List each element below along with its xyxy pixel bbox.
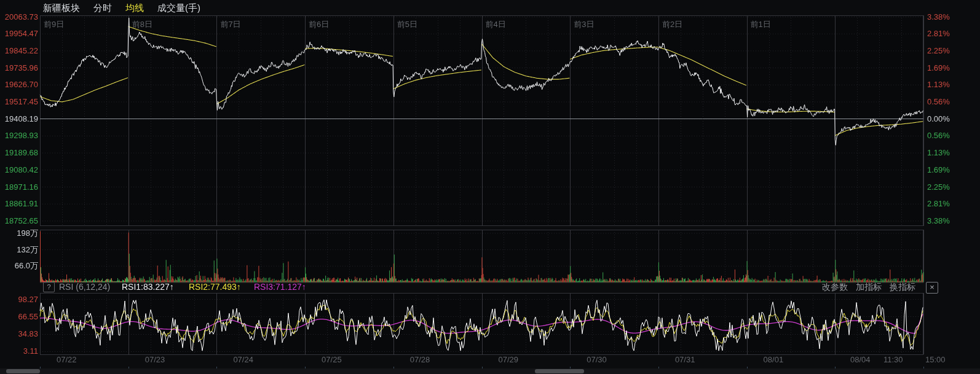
date-axis-label: 07/22 [57, 356, 77, 364]
day-label: 前5日 [397, 20, 417, 28]
day-label: 前7日 [220, 20, 240, 28]
date-axis-label: 11:30 [883, 356, 903, 364]
pct-axis-label: 1.13% [927, 80, 950, 88]
help-icon[interactable]: ? [43, 282, 55, 292]
scrollbar-handle[interactable] [535, 369, 584, 373]
rsi-name: RSI (6,12,24) [59, 282, 110, 292]
pct-axis-label: 3.38% [927, 13, 950, 21]
date-axis-label: 07/29 [499, 356, 519, 364]
day-label: 前2日 [662, 20, 682, 28]
day-label: 前6日 [309, 20, 329, 28]
stock-chart-app: 新疆板块 分时 均线 成交量(手) ? RSI (6,12,24) RSI1:8… [0, 0, 980, 374]
rsi1-value: RSI1:83.227↑ [122, 282, 174, 292]
rsi-panel[interactable] [40, 293, 923, 354]
volume-axis-label: 132万 [1, 246, 38, 254]
pct-axis-label: 3.38% [927, 217, 950, 225]
day-label: 前1日 [751, 20, 771, 28]
rsi-axis-label: 66.55 [1, 313, 38, 321]
date-axis-label: 15:00 [925, 356, 946, 364]
rsi-axis-label: 34.83 [1, 330, 38, 338]
add-indicator-button[interactable]: 加指标 [856, 282, 882, 293]
tab-volume[interactable]: 成交量(手) [157, 2, 200, 14]
pct-axis-label: 2.81% [927, 29, 950, 37]
rsi-axis-label: 98.27 [1, 295, 38, 303]
volume-axis-label: 66.0万 [1, 262, 38, 270]
pct-axis-label: 0.56% [927, 98, 950, 106]
date-axis-label: 07/24 [233, 356, 253, 364]
pct-axis-label: 2.81% [927, 200, 950, 208]
pct-axis-label: 2.25% [927, 183, 950, 191]
date-axis-label: 07/28 [410, 356, 430, 364]
price-axis-label: 18752.65 [1, 217, 38, 225]
sector-title: 新疆板块 [43, 2, 80, 14]
price-axis-label: 19517.45 [1, 98, 38, 106]
date-axis-label: 07/31 [675, 356, 695, 364]
rsi3-value: RSI3:71.127↑ [254, 282, 306, 292]
price-panel[interactable] [40, 15, 923, 226]
date-axis-label: 07/25 [322, 356, 342, 364]
scrollbar-handle-left[interactable] [6, 369, 40, 373]
price-axis-label: 19189.68 [1, 149, 38, 157]
rsi-indicator-header: ? RSI (6,12,24) RSI1:83.227↑ RSI2:77.493… [0, 281, 980, 293]
price-axis-label: 19735.96 [1, 64, 38, 72]
rsi-axis-label: 3.11 [1, 347, 38, 355]
date-axis-label: 08/01 [764, 356, 784, 364]
pct-axis-label: 0.00% [927, 115, 950, 123]
day-label: 前3日 [574, 20, 594, 28]
price-axis-label: 18861.91 [1, 200, 38, 208]
pct-axis-label: 0.56% [927, 131, 950, 139]
price-axis-label: 19626.70 [1, 80, 38, 88]
switch-indicator-button[interactable]: 换指标 [890, 282, 915, 293]
volume-axis-label: 198万 [1, 229, 38, 237]
chart-header: 新疆板块 分时 均线 成交量(手) [43, 2, 214, 14]
horizontal-scrollbar[interactable] [0, 368, 980, 374]
price-axis-label: 19408.19 [1, 115, 38, 123]
pct-axis-label: 1.69% [927, 166, 950, 174]
tab-ma-line[interactable]: 均线 [125, 2, 144, 14]
price-axis-label: 19080.42 [1, 166, 38, 174]
pct-axis-label: 1.69% [927, 64, 950, 72]
day-label: 前8日 [132, 20, 152, 28]
tab-intraday[interactable]: 分时 [93, 2, 112, 14]
date-axis-label: 07/30 [587, 356, 607, 364]
price-axis-label: 18971.16 [1, 183, 38, 191]
pct-axis-label: 2.25% [927, 47, 950, 55]
day-label: 前9日 [44, 20, 64, 28]
date-axis-label: 08/04 [850, 356, 871, 364]
price-axis-label: 19954.47 [1, 29, 38, 37]
close-icon[interactable]: × [926, 282, 938, 294]
volume-panel[interactable] [40, 230, 923, 282]
date-axis-label: 07/23 [145, 356, 165, 364]
price-axis-label: 19845.22 [1, 47, 38, 55]
rsi2-value: RSI2:77.493↑ [189, 282, 241, 292]
change-params-button[interactable]: 改参数 [822, 282, 848, 293]
day-label: 前4日 [486, 20, 506, 28]
pct-axis-label: 1.13% [927, 149, 950, 157]
price-axis-label: 20063.73 [1, 13, 38, 21]
price-axis-label: 19298.93 [1, 131, 38, 139]
